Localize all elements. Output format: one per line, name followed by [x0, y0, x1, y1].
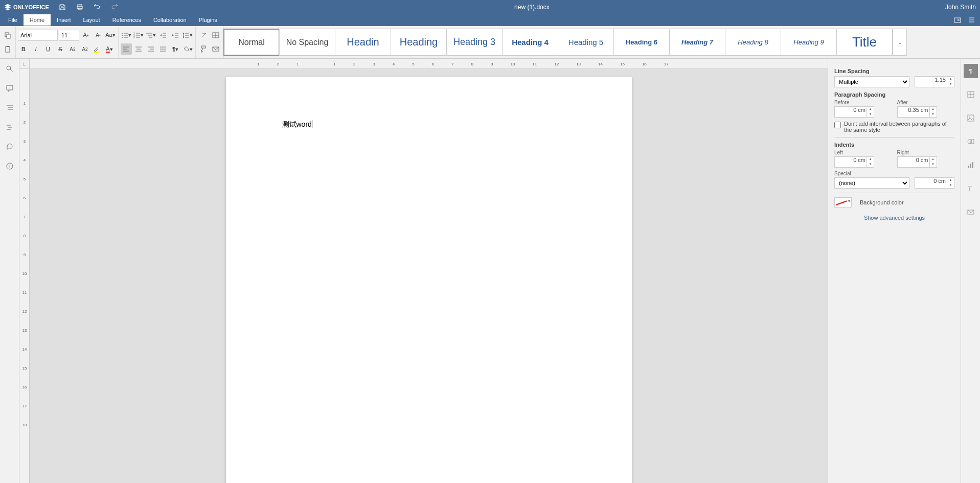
font-size-input[interactable] [59, 30, 79, 41]
line-spacing-mode[interactable]: Multiple [834, 76, 909, 87]
tab-plugins[interactable]: Plugins [193, 14, 223, 26]
svg-text:T: T [968, 185, 972, 193]
align-justify-icon[interactable] [157, 43, 169, 55]
ruler-corner: ∟ [19, 59, 30, 69]
indent-left-value[interactable]: 0 cm▲▼ [834, 156, 874, 168]
change-case-icon[interactable]: Aa▾ [105, 30, 116, 41]
spacing-before-value[interactable]: 0 cm▲▼ [834, 106, 874, 118]
horizontal-ruler[interactable]: 1211234567891011121314151617 [30, 59, 828, 69]
svg-point-59 [7, 163, 13, 169]
underline-icon[interactable]: U [42, 43, 54, 55]
save-icon[interactable] [58, 3, 66, 11]
navigation-icon[interactable] [5, 122, 15, 132]
style-title[interactable]: Title [836, 29, 893, 56]
search-icon[interactable] [5, 64, 15, 74]
menu-icon[interactable] [968, 16, 976, 24]
document-title: new (1).docx [119, 4, 945, 11]
align-right-icon[interactable] [145, 43, 156, 55]
left-sidebar: i [0, 59, 19, 483]
nonprinting-icon[interactable]: ¶▾ [170, 43, 181, 55]
open-location-icon[interactable] [953, 16, 962, 24]
subscript-icon[interactable]: A2 [79, 43, 90, 55]
shading-icon[interactable]: ▾ [182, 43, 193, 55]
tab-layout[interactable]: Layout [77, 14, 106, 26]
print-icon[interactable] [76, 3, 84, 11]
style-heading-3[interactable]: Heading [391, 29, 447, 56]
style-heading-4[interactable]: Heading 4 [502, 29, 558, 56]
multilevel-icon[interactable]: ▾ [145, 30, 156, 41]
document-page[interactable]: 测试word [226, 77, 632, 483]
highlight-icon[interactable] [92, 43, 103, 55]
font-color-icon[interactable]: A▾ [104, 43, 115, 55]
comments-icon[interactable] [5, 83, 15, 94]
undo-icon[interactable] [93, 3, 101, 11]
style-normal[interactable]: Normal [223, 29, 280, 56]
paragraph-tab-icon[interactable]: ¶ [964, 64, 978, 78]
tab-home[interactable]: Home [24, 14, 51, 26]
style-heading-8[interactable]: Heading 8 [725, 29, 781, 56]
right-sidebar: ¶ T [961, 59, 980, 483]
italic-icon[interactable]: I [30, 43, 41, 55]
style-no-spacing[interactable]: No Spacing [279, 29, 335, 56]
tab-references[interactable]: References [106, 14, 147, 26]
document-body-text[interactable]: 测试word [282, 120, 312, 128]
indent-dec-icon[interactable] [157, 30, 169, 41]
chart-tab-icon[interactable] [964, 158, 978, 172]
align-left-icon[interactable] [121, 43, 132, 55]
tab-collaboration[interactable]: Collaboration [147, 14, 193, 26]
copy-icon[interactable] [2, 30, 13, 41]
svg-text:i: i [9, 164, 10, 169]
shape-tab-icon[interactable] [964, 134, 978, 149]
chat-icon[interactable] [5, 142, 15, 152]
mail-merge-icon[interactable] [210, 43, 221, 55]
vertical-ruler[interactable]: 123456789101112131415161718 [19, 69, 30, 483]
align-center-icon[interactable] [133, 43, 144, 55]
font-shrink-icon[interactable]: A▾ [93, 30, 104, 41]
line-spacing-icon[interactable]: ▾ [182, 30, 193, 41]
spacing-after-value[interactable]: 0.35 cm▲▼ [897, 106, 937, 118]
svg-text:3: 3 [133, 36, 135, 39]
line-spacing-value[interactable]: 1.15▲▼ [915, 76, 954, 87]
tab-file[interactable]: File [2, 14, 24, 26]
styles-expand-icon[interactable]: ⌄ [893, 29, 907, 56]
font-name-input[interactable] [18, 30, 58, 41]
paste-icon[interactable] [2, 43, 13, 55]
style-heading-3b[interactable]: Heading 3 [446, 29, 503, 56]
svg-point-66 [968, 140, 972, 144]
special-indent-mode[interactable]: (none) [834, 177, 909, 189]
special-indent-value[interactable]: 0 cm▲▼ [915, 177, 954, 189]
style-heading-5[interactable]: Heading 5 [558, 29, 614, 56]
numbering-icon[interactable]: 123▾ [133, 30, 144, 41]
indent-inc-icon[interactable] [170, 30, 181, 41]
svg-rect-68 [968, 166, 969, 168]
insert-table-icon[interactable] [210, 30, 221, 41]
tab-insert[interactable]: Insert [51, 14, 77, 26]
clear-style-icon[interactable] [198, 30, 209, 41]
bold-icon[interactable]: B [18, 43, 29, 55]
strike-icon[interactable]: S [55, 43, 66, 55]
user-name[interactable]: John Smith [945, 4, 976, 11]
image-tab-icon[interactable] [964, 111, 978, 125]
svg-rect-5 [7, 34, 10, 38]
headings-icon[interactable] [5, 103, 15, 113]
redo-icon[interactable] [110, 3, 119, 11]
style-heading-9[interactable]: Heading 9 [781, 29, 837, 56]
style-heading-6[interactable]: Heading 6 [613, 29, 670, 56]
mail-tab-icon[interactable] [964, 205, 978, 219]
svg-rect-69 [970, 164, 971, 168]
format-painter-icon[interactable] [198, 43, 209, 55]
style-heading-7[interactable]: Heading 7 [669, 29, 725, 56]
bg-color-picker[interactable] [834, 197, 852, 208]
textart-tab-icon[interactable]: T [964, 181, 978, 196]
no-interval-checkbox[interactable] [834, 122, 841, 128]
style-heading-2[interactable]: Headin [335, 29, 391, 56]
app-logo: ONLYOFFICE [4, 4, 49, 11]
superscript-icon[interactable]: A2 [67, 43, 78, 55]
advanced-settings-link[interactable]: Show advanced settings [834, 215, 954, 221]
font-grow-icon[interactable]: A▴ [80, 30, 92, 41]
before-label: Before [834, 100, 892, 105]
feedback-icon[interactable]: i [5, 161, 15, 171]
table-tab-icon[interactable] [964, 87, 978, 102]
indent-right-value[interactable]: 0 cm▲▼ [897, 156, 937, 168]
bullets-icon[interactable]: ▾ [121, 30, 132, 41]
